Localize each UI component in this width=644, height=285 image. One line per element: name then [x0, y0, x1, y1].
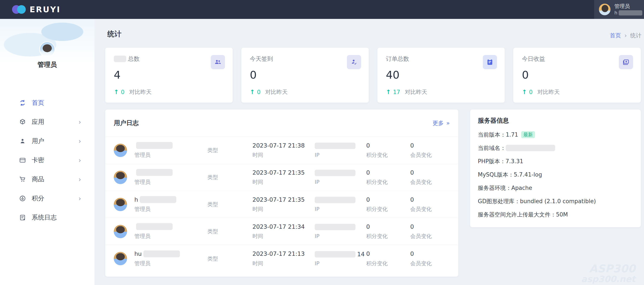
brand-logo[interactable]: ERUYI [12, 5, 60, 14]
sidebar-item-apps[interactable]: 应用 › [0, 112, 94, 131]
row-username-redacted [136, 142, 172, 149]
row-time: 2023-07-17 21:35 [252, 196, 315, 203]
stat-compare-label: 对比昨天 [405, 88, 427, 96]
row-role: 管理员 [134, 151, 207, 158]
watermark-line1: ASP300 [581, 263, 636, 274]
server-info-title: 服务器信息 [478, 116, 633, 125]
row-ip-redacted [315, 143, 356, 149]
breadcrumb-home-link[interactable]: 首页 [610, 32, 621, 39]
col-label-member: 会员变化 [410, 260, 450, 267]
sidebar-item-system-log[interactable]: 系统日志 [0, 208, 94, 227]
col-label-member: 会员变化 [410, 151, 450, 158]
stat-card-value: 40 [386, 69, 496, 81]
row-time: 2023-07-17 21:38 [252, 142, 315, 149]
sidebar-item-products[interactable]: 商品 › [0, 170, 94, 189]
chevron-right-icon: › [78, 157, 81, 164]
col-label-time: 时间 [252, 151, 315, 158]
sidebar-item-home[interactable]: 首页 [0, 93, 94, 112]
sidebar-item-cardkeys[interactable]: 卡密 › [0, 151, 94, 170]
stat-cards-row: 总数 4 ↑ 0 对比昨天 今天签到 0 [105, 48, 641, 103]
header-user-avatar [599, 4, 610, 15]
sidebar-item-label: 卡密 [32, 156, 44, 164]
row-username-redacted [144, 250, 180, 257]
sidebar-item-label: 用户 [32, 137, 44, 145]
more-label: 更多 [432, 119, 444, 127]
stat-compare-label: 对比昨天 [537, 88, 560, 96]
col-label-type: 类型 [207, 147, 252, 154]
brand-name: ERUYI [30, 5, 60, 14]
row-time: 2023-07-17 21:13 [252, 250, 315, 257]
stat-card-title: 今日收益 [522, 55, 632, 63]
row-avatar [114, 225, 127, 238]
user-icon [19, 137, 26, 145]
breadcrumb: 首页 › 统计 [610, 32, 642, 39]
sidebar-item-label: 积分 [32, 194, 44, 203]
user-log-more-link[interactable]: 更多 » [432, 119, 450, 127]
row-points-change: 0 [366, 250, 410, 257]
col-label-ip: IP [315, 152, 366, 158]
signin-icon [347, 55, 361, 69]
sidebar-item-label: 应用 [32, 118, 44, 126]
col-label-ip: IP [315, 206, 366, 212]
row-username-prefix: h [134, 196, 138, 203]
stat-card-total: 总数 4 ↑ 0 对比昨天 [105, 48, 233, 103]
watermark: ASP300 asp300.net [581, 263, 636, 284]
sidebar-profile-avatar [39, 42, 55, 57]
server-info-card: 服务器信息 当前版本： 1.71 最新 当前域名： PHP版本： 7.3.31 … [470, 110, 641, 227]
stat-delta: 0 [121, 89, 124, 95]
user-log-row: 管理员 类型 2023-07-17 21:38时间 IP 0积分变化 0会员变化 [105, 137, 458, 164]
row-member-change: 0 [410, 142, 450, 149]
up-arrow-icon: ↑ [386, 89, 391, 96]
col-label-time: 时间 [252, 260, 315, 267]
header-user-menu[interactable]: 管理员 h [594, 0, 644, 19]
chevron-right-icon: › [78, 176, 81, 183]
sidebar-profile-name: 管理员 [0, 60, 94, 69]
row-avatar [114, 252, 127, 265]
cart-icon [19, 176, 26, 183]
up-arrow-icon: ↑ [250, 89, 255, 96]
row-ip-redacted [315, 224, 356, 230]
user-log-row: h管理员 类型 2023-07-17 21:35时间 IP 0积分变化 0会员变… [105, 191, 458, 218]
top-header: ERUYI 管理员 h [0, 0, 644, 19]
stat-card-income: 今日收益 0 ↑ 0 对比昨天 [513, 48, 641, 103]
server-info-row-version: 当前版本： 1.71 最新 [478, 128, 633, 141]
col-label-member: 会员变化 [410, 205, 450, 213]
sidebar-profile: 管理员 [0, 19, 94, 69]
watermark-line2: asp300.net [581, 274, 636, 284]
col-label-type: 类型 [207, 174, 252, 181]
stat-card-value: 0 [250, 69, 360, 81]
chevron-right-icon: › [78, 195, 81, 202]
row-member-change: 0 [410, 196, 450, 203]
stat-compare-label: 对比昨天 [129, 88, 152, 96]
sidebar: 管理员 首页 应用 › [0, 19, 94, 285]
sidebar-item-points[interactable]: 积分 › [0, 189, 94, 208]
header-user-name: 管理员 [614, 4, 642, 9]
domain-redacted [506, 145, 555, 151]
home-refresh-icon [19, 99, 26, 107]
server-info-row-env: 服务器环境： Apache [478, 181, 633, 195]
col-label-type: 类型 [207, 201, 252, 208]
user-log-row: 管理员 类型 2023-07-17 21:35时间 IP 0积分变化 0会员变化 [105, 164, 458, 191]
row-time: 2023-07-17 21:34 [252, 223, 315, 230]
row-ip-redacted [315, 251, 356, 257]
stat-title-redacted [114, 56, 126, 62]
admin-dashboard: ERUYI 管理员 h 管理员 [0, 0, 644, 285]
col-label-member: 会员变化 [410, 178, 450, 186]
income-icon [619, 55, 633, 69]
user-log-title: 用户日志 [114, 119, 139, 127]
double-chevron-right-icon: » [446, 120, 450, 126]
users-icon [211, 55, 225, 69]
stat-card-title: 今天签到 [250, 55, 360, 63]
orders-icon [483, 55, 497, 69]
sidebar-item-users[interactable]: 用户 › [0, 131, 94, 151]
server-info-row-domain: 当前域名： [478, 141, 633, 155]
row-points-change: 0 [366, 169, 410, 176]
col-label-points: 积分变化 [366, 178, 410, 186]
sidebar-item-label: 商品 [32, 175, 44, 184]
row-role: 管理员 [134, 233, 207, 240]
row-avatar [114, 171, 127, 184]
col-label-time: 时间 [252, 205, 315, 213]
stat-delta: 0 [257, 89, 260, 95]
chevron-right-icon: › [78, 138, 81, 145]
cube-icon [19, 118, 26, 126]
